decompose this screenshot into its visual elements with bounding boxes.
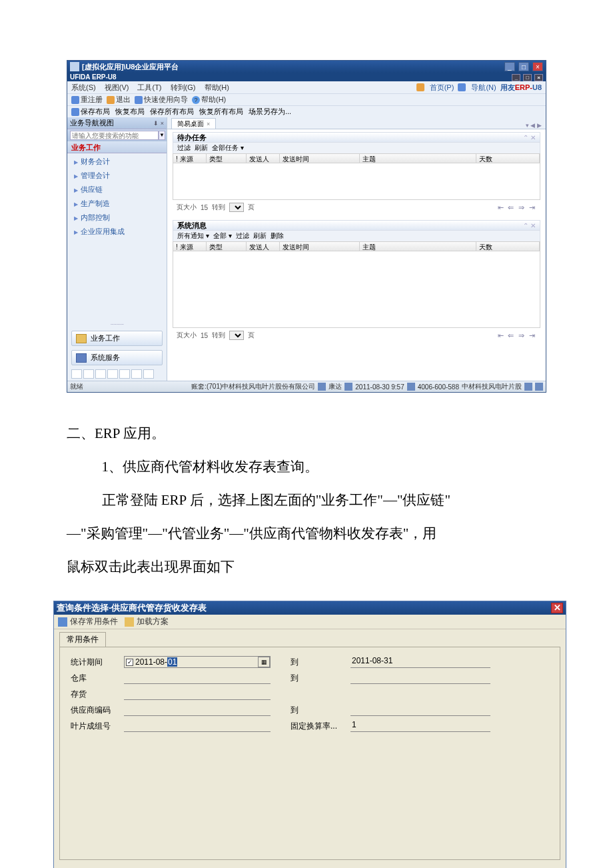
inner-close-button[interactable]: × xyxy=(534,74,543,81)
all-dropdown[interactable]: 全部 ▾ xyxy=(213,231,232,241)
menu-help[interactable]: 帮助(H) xyxy=(205,83,229,91)
status-icon-1[interactable] xyxy=(524,383,532,391)
first-page-button[interactable]: ⇤ xyxy=(498,203,504,211)
next-page-button-2[interactable]: ⇒ xyxy=(518,331,524,339)
sidebar-section-header[interactable]: 业务工作 xyxy=(67,141,167,153)
filter-button-2[interactable]: 过滤 xyxy=(236,231,249,241)
sidebar-item-manufacturing[interactable]: 生产制造 xyxy=(67,197,167,211)
all-tasks-dropdown[interactable]: 全部任务 ▾ xyxy=(212,143,244,153)
exit-button[interactable]: 退出 xyxy=(107,95,131,105)
col-days[interactable]: 天数 xyxy=(476,154,540,163)
field-stock[interactable] xyxy=(124,688,271,700)
save-layout-button[interactable]: 保存布局 xyxy=(71,107,110,117)
sidebar-item-eai[interactable]: 企业应用集成 xyxy=(67,225,167,239)
dialog-close-button[interactable]: ✕ xyxy=(551,603,563,613)
sidebar-item-supply-chain[interactable]: 供应链 xyxy=(67,183,167,197)
save-conditions-button[interactable]: 保存常用条件 xyxy=(58,616,118,627)
save-all-layout-button[interactable]: 保存所有布局 xyxy=(150,107,194,117)
menu-nav[interactable]: 导航(N) xyxy=(471,83,496,93)
maximize-button[interactable]: □ xyxy=(518,62,529,71)
tab-common-conditions[interactable]: 常用条件 xyxy=(59,632,106,647)
restore-all-layout-button[interactable]: 恢复所有布局 xyxy=(199,107,243,117)
field-warehouse-to[interactable] xyxy=(350,672,490,684)
small-icon-2[interactable] xyxy=(83,369,94,379)
date-from-checkbox[interactable]: ✓ xyxy=(126,659,133,666)
col-type-2[interactable]: 类型 xyxy=(207,242,247,251)
menu-system[interactable]: 系统(S) xyxy=(71,83,96,91)
tab-simple-desktop[interactable]: 简易桌面× xyxy=(171,118,216,129)
scene-save-as-button[interactable]: 场景另存为... xyxy=(249,107,291,117)
last-page-button[interactable]: ⇥ xyxy=(529,203,535,211)
sidebar-resize-handle[interactable]: ┄┄┄┄ xyxy=(67,320,167,329)
filter-button[interactable]: 过滤 xyxy=(177,143,191,153)
field-leaf[interactable] xyxy=(124,720,271,732)
col-sender[interactable]: 发送人 xyxy=(247,154,280,163)
menu-tools[interactable]: 工具(T) xyxy=(137,83,161,91)
col-time-2[interactable]: 发送时间 xyxy=(280,242,360,251)
page-select[interactable] xyxy=(229,203,244,212)
guide-button[interactable]: 快速使用向导 xyxy=(135,95,188,105)
field-rate[interactable]: 1 xyxy=(350,720,490,732)
date-from-lookup-button[interactable]: ▦ xyxy=(258,657,270,667)
search-dropdown-button[interactable]: ▼ xyxy=(159,131,165,140)
collapse-icon[interactable]: ⌃ ✕ xyxy=(523,134,536,141)
sidebar-item-mgmt-accounting[interactable]: 管理会计 xyxy=(67,169,167,183)
col-sender-2[interactable]: 发送人 xyxy=(247,242,280,251)
prev-page-button[interactable]: ⇐ xyxy=(508,203,514,211)
menu-home[interactable]: 首页(P) xyxy=(430,83,454,93)
sidebar-item-internal-control[interactable]: 内部控制 xyxy=(67,211,167,225)
last-page-button-2[interactable]: ⇥ xyxy=(529,331,535,339)
search-input[interactable] xyxy=(70,131,159,140)
sidebar-nav-business[interactable]: 业务工作 xyxy=(71,331,163,346)
tab-nav-arrows[interactable]: ▾ ◀ ▶ xyxy=(526,122,542,129)
dialog-body: 统计期间 ✓ 2011-08-01 ▦ 到 2011-08-31 仓库 到 存货… xyxy=(59,647,560,860)
collapse-icon-2[interactable]: ⌃ ✕ xyxy=(523,222,536,229)
col-time[interactable]: 发送时间 xyxy=(280,154,360,163)
field-supplier-from[interactable] xyxy=(124,704,271,716)
col-type[interactable]: 类型 xyxy=(207,154,247,163)
refresh-button[interactable]: 刷新 xyxy=(195,143,208,153)
sidebar-header: 业务导航视图 ⬇ × xyxy=(67,117,167,129)
small-icon-5[interactable] xyxy=(119,369,130,379)
close-button[interactable]: × xyxy=(532,62,543,71)
col-source[interactable]: ! 来源 xyxy=(173,154,207,163)
field-date-from[interactable]: ✓ 2011-08-01 ▦ xyxy=(124,656,271,668)
first-page-button-2[interactable]: ⇤ xyxy=(498,331,504,339)
messages-pager: 页大小 15 转到 页 ⇤ ⇐ ⇒ ⇥ xyxy=(173,328,540,343)
small-icon-1[interactable] xyxy=(71,369,82,379)
restore-layout-button[interactable]: 恢复布局 xyxy=(115,107,145,117)
field-supplier-to[interactable] xyxy=(350,704,490,716)
status-help-icon[interactable] xyxy=(535,383,543,391)
page-select-2[interactable] xyxy=(229,331,244,340)
col-days-2[interactable]: 天数 xyxy=(476,242,540,251)
refresh-button-2[interactable]: 刷新 xyxy=(253,231,267,241)
inner-restore-button[interactable]: □ xyxy=(523,74,532,81)
sidebar-nav-system[interactable]: 系统服务 xyxy=(71,350,163,365)
reregister-button[interactable]: 重注册 xyxy=(71,95,103,105)
field-date-to[interactable]: 2011-08-31 xyxy=(350,656,490,668)
tab-close-icon[interactable]: × xyxy=(207,121,210,127)
small-icon-4[interactable] xyxy=(107,369,118,379)
small-icon-more[interactable] xyxy=(143,369,154,379)
field-warehouse-from[interactable] xyxy=(124,672,271,684)
col-subject[interactable]: 主题 xyxy=(360,154,476,163)
window-titlebar: [虚拟化应用]\U8企业应用平台 _ □ × xyxy=(67,61,546,73)
col-source-2[interactable]: ! 来源 xyxy=(173,242,207,251)
delete-button[interactable]: 删除 xyxy=(271,231,284,241)
document-text: 二、ERP 应用。 1、供应商代管材料收发存表查询。 正常登陆 ERP 后，选择… xyxy=(67,419,553,581)
small-icon-6[interactable] xyxy=(131,369,142,379)
help-button[interactable]: ?帮助(H) xyxy=(192,95,226,105)
sidebar-item-finance[interactable]: 财务会计 xyxy=(67,155,167,169)
all-notice-dropdown[interactable]: 所有通知 ▾ xyxy=(177,231,209,241)
minimize-button[interactable]: _ xyxy=(504,62,515,71)
menu-view[interactable]: 视图(V) xyxy=(105,83,129,91)
inner-minimize-button[interactable]: _ xyxy=(512,74,520,81)
prev-page-button-2[interactable]: ⇐ xyxy=(508,331,514,339)
todo-pager: 页大小 15 转到 页 ⇤ ⇐ ⇒ ⇥ xyxy=(173,200,540,215)
col-subject-2[interactable]: 主题 xyxy=(360,242,476,251)
pin-icon[interactable]: ⬇ × xyxy=(153,120,164,127)
load-plan-button[interactable]: 加载方案 xyxy=(125,616,169,627)
menu-goto[interactable]: 转到(G) xyxy=(171,83,196,91)
small-icon-3[interactable] xyxy=(95,369,106,379)
next-page-button[interactable]: ⇒ xyxy=(518,203,524,211)
